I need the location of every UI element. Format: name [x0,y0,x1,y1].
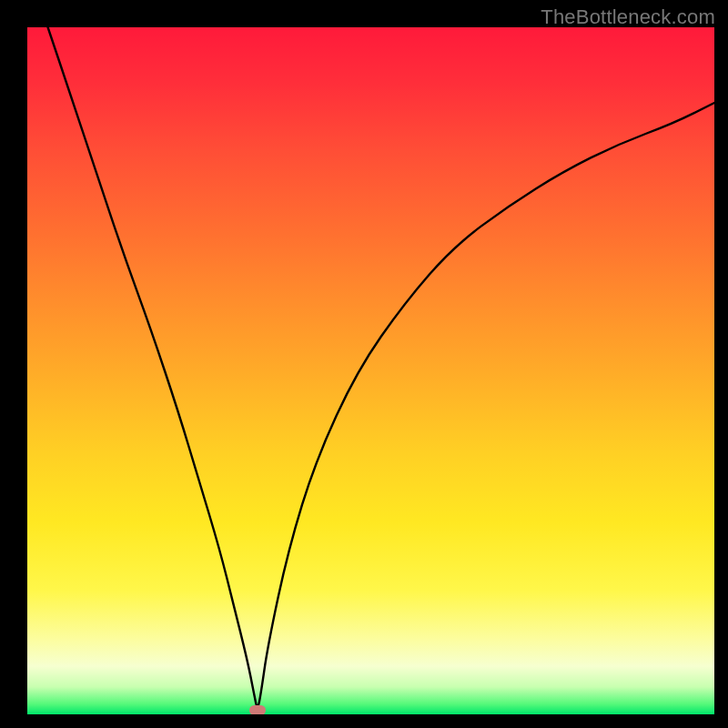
gradient-background [27,27,714,714]
watermark-text: TheBottleneck.com [541,5,715,29]
min-point-marker [249,705,266,714]
chart-area [27,27,714,714]
